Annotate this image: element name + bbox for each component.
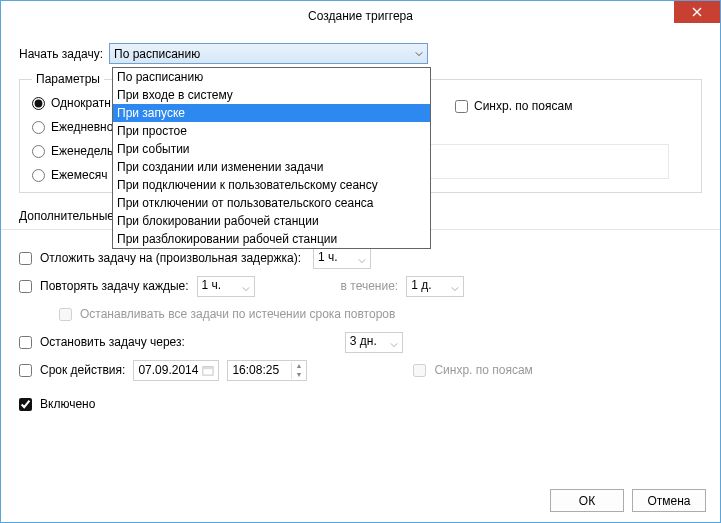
schedule-radio-input[interactable] bbox=[32, 97, 45, 110]
repeat-duration-select[interactable]: 1 д. bbox=[406, 276, 464, 297]
repeat-checkbox[interactable] bbox=[19, 280, 32, 293]
expire-date[interactable]: 07.09.2014 bbox=[133, 360, 219, 381]
titlebar: Создание триггера bbox=[1, 1, 720, 31]
repeat-label: Повторять задачу каждые: bbox=[40, 279, 189, 293]
chevron-down-icon bbox=[390, 338, 398, 352]
repeat-select[interactable]: 1 ч. bbox=[197, 276, 255, 297]
dropdown-option[interactable]: По расписанию bbox=[113, 68, 430, 86]
chevron-down-icon bbox=[451, 282, 459, 296]
chevron-down-icon bbox=[242, 282, 250, 296]
schedule-radio-label: Ежедневно bbox=[51, 120, 113, 134]
expire-date-value: 07.09.2014 bbox=[138, 363, 198, 377]
begin-task-dropdown[interactable]: По расписаниюПри входе в системуПри запу… bbox=[112, 67, 431, 249]
close-icon bbox=[692, 7, 702, 17]
dropdown-option[interactable]: При разблокировании рабочей станции bbox=[113, 230, 430, 248]
begin-task-combo[interactable]: По расписанию bbox=[109, 43, 428, 64]
expire-sync-label: Синхр. по поясам bbox=[434, 363, 532, 377]
delay-checkbox[interactable] bbox=[19, 252, 32, 265]
dropdown-option[interactable]: При событии bbox=[113, 140, 430, 158]
ok-button[interactable]: ОК bbox=[550, 489, 624, 512]
schedule-radio-input[interactable] bbox=[32, 145, 45, 158]
sync-label: Синхр. по поясам bbox=[474, 99, 572, 113]
begin-task-selected: По расписанию bbox=[114, 47, 200, 61]
window-title: Создание триггера bbox=[308, 9, 413, 23]
chevron-down-icon bbox=[415, 47, 423, 61]
schedule-radio-label: Однократн bbox=[51, 96, 111, 110]
dropdown-option[interactable]: При входе в систему bbox=[113, 86, 430, 104]
expire-time-value: 16:08:25 bbox=[232, 363, 279, 377]
dropdown-option[interactable]: При отключении от пользовательского сеан… bbox=[113, 194, 430, 212]
chevron-down-icon bbox=[358, 254, 366, 268]
sync-checkbox[interactable] bbox=[455, 100, 468, 113]
expire-label: Срок действия: bbox=[40, 363, 125, 377]
enabled-label: Включено bbox=[40, 397, 95, 411]
delay-label: Отложить задачу на (произвольная задержк… bbox=[40, 251, 301, 265]
stop-all-label: Останавливать все задачи по истечении ср… bbox=[80, 307, 395, 321]
stop-after-select[interactable]: 3 дн. bbox=[345, 332, 403, 353]
delay-select[interactable]: 1 ч. bbox=[313, 248, 371, 269]
repeat-duration-value: 1 д. bbox=[411, 278, 431, 292]
time-spinner[interactable]: ▲▼ bbox=[291, 362, 305, 379]
stop-after-value: 3 дн. bbox=[350, 334, 377, 348]
schedule-radio-label: Еженедель bbox=[51, 144, 113, 158]
dropdown-option[interactable]: При подключении к пользовательскому сеан… bbox=[113, 176, 430, 194]
expire-checkbox[interactable] bbox=[19, 364, 32, 377]
schedule-radio-label: Ежемесяч bbox=[51, 168, 107, 182]
begin-task-label: Начать задачу: bbox=[19, 47, 103, 61]
dropdown-option[interactable]: При создании или изменении задачи bbox=[113, 158, 430, 176]
stop-after-label: Остановить задачу через: bbox=[40, 335, 185, 349]
delay-value: 1 ч. bbox=[318, 250, 338, 264]
dropdown-option[interactable]: При запуске bbox=[113, 104, 430, 122]
sync-timezones: Синхр. по поясам bbox=[455, 99, 572, 113]
parameters-legend: Параметры bbox=[32, 72, 104, 86]
expire-sync-checkbox bbox=[413, 364, 426, 377]
calendar-icon bbox=[202, 363, 214, 377]
stop-all-checkbox bbox=[59, 308, 72, 321]
stop-after-checkbox[interactable] bbox=[19, 336, 32, 349]
repeat-duration-label: в течение: bbox=[341, 279, 399, 293]
expire-time[interactable]: 16:08:25 ▲▼ bbox=[227, 360, 307, 381]
svg-rect-1 bbox=[203, 367, 213, 370]
schedule-radio-input[interactable] bbox=[32, 169, 45, 182]
schedule-radio-input[interactable] bbox=[32, 121, 45, 134]
close-button[interactable] bbox=[674, 1, 720, 23]
dropdown-option[interactable]: При блокировании рабочей станции bbox=[113, 212, 430, 230]
enabled-checkbox[interactable] bbox=[19, 398, 32, 411]
repeat-value: 1 ч. bbox=[202, 278, 222, 292]
dropdown-option[interactable]: При простое bbox=[113, 122, 430, 140]
cancel-button[interactable]: Отмена bbox=[632, 489, 706, 512]
